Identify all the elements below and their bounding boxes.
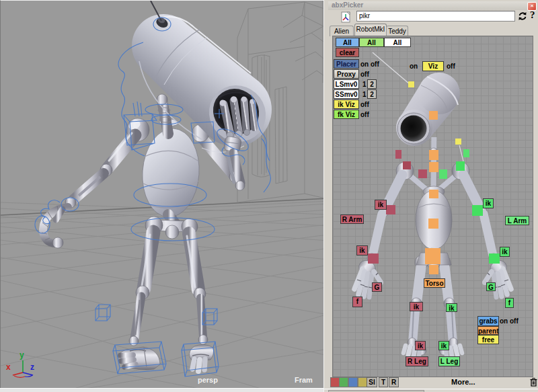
svg-text:Fram: Fram [295, 376, 313, 384]
svg-text:x: x [6, 362, 11, 372]
svg-text:z: z [30, 362, 34, 372]
svg-text:persp: persp [198, 376, 218, 384]
svg-text:y: y [20, 350, 24, 360]
